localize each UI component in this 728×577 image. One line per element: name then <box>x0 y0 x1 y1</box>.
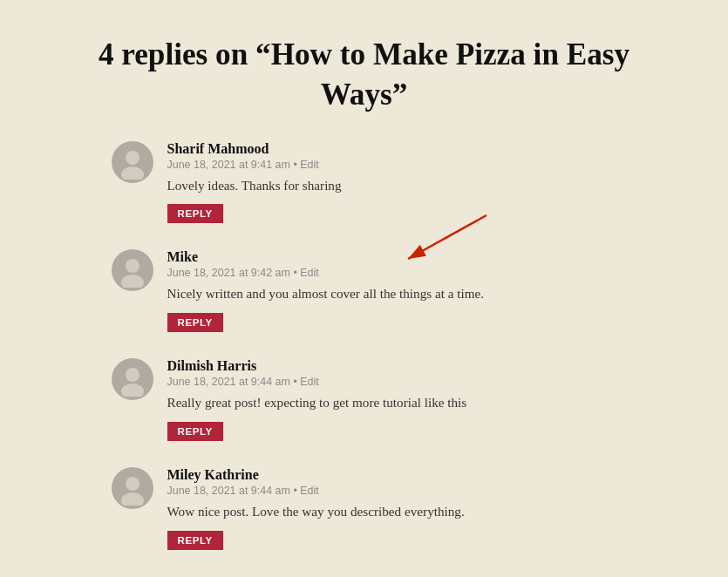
svg-point-0 <box>126 151 139 165</box>
comment-item: MikeJune 18, 2021 at 9:42 am • EditNicel… <box>112 249 617 332</box>
svg-point-6 <box>126 368 139 382</box>
comment-body: Sharif MahmoodJune 18, 2021 at 9:41 am •… <box>167 141 617 224</box>
comments-list: Sharif MahmoodJune 18, 2021 at 9:41 am •… <box>77 141 652 550</box>
edit-link[interactable]: Edit <box>300 159 319 171</box>
reply-button[interactable]: REPLY <box>167 531 223 550</box>
edit-link[interactable]: Edit <box>300 376 319 388</box>
avatar <box>112 358 153 400</box>
reply-button[interactable]: REPLY <box>167 422 223 441</box>
comment-author: Mike <box>167 249 617 265</box>
comment-text: Nicely written and you almost cover all … <box>167 284 617 304</box>
comment-body: Dilmish HarrisJune 18, 2021 at 9:44 am •… <box>167 358 617 441</box>
comment-meta: June 18, 2021 at 9:41 am • Edit <box>167 159 617 171</box>
comment-author: Miley Kathrine <box>167 467 617 483</box>
reply-button[interactable]: REPLY <box>167 204 223 223</box>
comment-item: Dilmish HarrisJune 18, 2021 at 9:44 am •… <box>112 358 617 441</box>
svg-point-4 <box>126 259 139 273</box>
comment-meta: June 18, 2021 at 9:42 am • Edit <box>167 267 617 279</box>
avatar <box>112 249 153 291</box>
comment-body: MikeJune 18, 2021 at 9:42 am • EditNicel… <box>167 249 617 332</box>
page-title: 4 replies on “How to Make Pizza in Easy … <box>0 17 728 141</box>
comment-meta: June 18, 2021 at 9:44 am • Edit <box>167 485 617 497</box>
svg-point-7 <box>121 384 144 397</box>
comment-text: Wow nice post. Love the way you describe… <box>167 502 617 522</box>
svg-point-1 <box>121 166 144 180</box>
comment-author: Sharif Mahmood <box>167 141 617 157</box>
svg-point-9 <box>121 492 144 506</box>
comment-item: Sharif MahmoodJune 18, 2021 at 9:41 am •… <box>112 141 617 224</box>
comment-meta: June 18, 2021 at 9:44 am • Edit <box>167 376 617 388</box>
comment-item: Miley KathrineJune 18, 2021 at 9:44 am •… <box>112 467 617 550</box>
edit-link[interactable]: Edit <box>300 485 319 497</box>
comment-text: Really great post! expecting to get more… <box>167 393 617 413</box>
svg-point-8 <box>126 477 139 491</box>
edit-link[interactable]: Edit <box>300 267 319 279</box>
avatar <box>112 467 153 509</box>
svg-point-5 <box>121 275 144 288</box>
comment-text: Lovely ideas. Thanks for sharing <box>167 176 617 196</box>
avatar <box>112 141 153 183</box>
reply-button[interactable]: REPLY <box>167 313 223 332</box>
comment-author: Dilmish Harris <box>167 358 617 374</box>
comment-body: Miley KathrineJune 18, 2021 at 9:44 am •… <box>167 467 617 550</box>
